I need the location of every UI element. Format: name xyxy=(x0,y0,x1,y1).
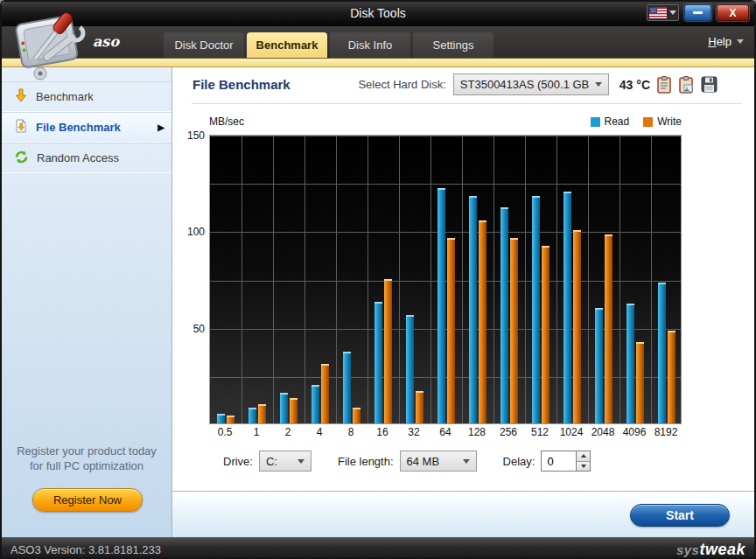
gridline-v xyxy=(494,136,494,423)
x-axis-tick: 32 xyxy=(398,426,430,438)
legend-read: Read xyxy=(591,115,630,128)
copy-text-icon[interactable] xyxy=(657,76,672,94)
disk-tools-logo xyxy=(7,5,94,86)
chart-ylabel: MB/sec xyxy=(209,115,244,128)
benchmark-controls: Drive: C: File length: 64 MB Delay: xyxy=(223,451,591,472)
gridline-v xyxy=(399,136,400,423)
gridline-v xyxy=(430,136,431,423)
chevron-down-icon xyxy=(463,459,470,464)
gridline-v xyxy=(651,136,652,423)
us-flag-icon xyxy=(649,7,667,18)
page-title: File Benchmark xyxy=(192,77,290,92)
sidebar-item-file-benchmark[interactable]: File Benchmark▶ xyxy=(2,112,172,143)
minimize-button[interactable] xyxy=(684,4,711,21)
language-selector[interactable] xyxy=(647,4,679,21)
sidebar-item-label: Benchmark xyxy=(36,90,94,103)
select-disk-label: Select Hard Disk: xyxy=(358,78,445,91)
yellow-down-arrow-icon xyxy=(14,88,28,105)
x-axis-tick: 1024 xyxy=(556,426,587,438)
app-window: Disk Tools X aso Disk DoctorBenchmarkDis… xyxy=(0,0,756,559)
drive-select[interactable]: C: xyxy=(259,451,312,472)
gridline-h xyxy=(210,232,681,233)
write-bar-8 xyxy=(353,408,360,423)
main-tabs: Disk DoctorBenchmarkDisk InfoSettings xyxy=(164,26,496,58)
write-bar-2 xyxy=(290,398,298,423)
drive-value: C: xyxy=(266,455,277,468)
read-bar-0.5 xyxy=(217,414,225,423)
gridline-v xyxy=(556,136,557,423)
spinner-up-button[interactable] xyxy=(577,451,590,461)
tab-disk-info[interactable]: Disk Info xyxy=(330,32,410,58)
write-bar-1 xyxy=(258,404,266,423)
version-text: ASO3 Version: 3.81.8181.233 xyxy=(10,543,161,556)
drive-label: Drive: xyxy=(223,455,253,468)
copy-image-icon[interactable] xyxy=(679,76,694,94)
sidebar-item-label: Random Access xyxy=(37,151,119,164)
sidebar: BenchmarkFile Benchmark▶Random Access Re… xyxy=(2,67,172,537)
window-title: Disk Tools xyxy=(2,6,754,20)
header-separator xyxy=(192,103,742,104)
chart-x-axis: 0.512481632641282565121024204840968192 xyxy=(209,426,682,440)
y-axis-tick: 100 xyxy=(187,226,210,238)
gridline-v xyxy=(336,136,337,423)
x-axis-tick: 512 xyxy=(524,426,556,438)
tab-bar: aso Disk DoctorBenchmarkDisk InfoSetting… xyxy=(2,26,754,58)
write-swatch-icon xyxy=(643,117,653,127)
accent-strip xyxy=(2,58,754,67)
y-axis-tick: 50 xyxy=(193,323,210,335)
read-bar-4096 xyxy=(626,304,634,423)
read-swatch-icon xyxy=(591,117,600,127)
spinner-down-button[interactable] xyxy=(577,461,590,472)
write-bar-128 xyxy=(479,220,486,423)
tab-disk-doctor[interactable]: Disk Doctor xyxy=(164,32,244,58)
write-bar-256 xyxy=(510,238,518,423)
sidebar-item-random-access[interactable]: Random Access xyxy=(2,143,172,173)
title-bar: Disk Tools X xyxy=(2,2,754,26)
write-bar-32 xyxy=(416,391,424,424)
file-length-value: 64 MB xyxy=(407,455,440,468)
register-now-button[interactable]: Register Now xyxy=(32,488,143,512)
legend-write-label: Write xyxy=(657,115,682,128)
file-length-label: File length: xyxy=(338,455,394,468)
chevron-down-icon xyxy=(298,459,304,464)
close-icon: X xyxy=(729,7,736,19)
x-axis-tick: 128 xyxy=(461,426,493,438)
write-bar-4096 xyxy=(636,342,644,423)
chevron-down-icon xyxy=(595,82,602,87)
green-refresh-icon xyxy=(14,150,29,167)
arrow-up-icon xyxy=(581,454,586,458)
write-bar-2048 xyxy=(605,234,612,423)
delay-input[interactable] xyxy=(541,451,576,472)
read-bar-256 xyxy=(500,207,508,423)
x-axis-tick: 4096 xyxy=(619,426,650,438)
start-button[interactable]: Start xyxy=(630,504,730,527)
read-bar-1024 xyxy=(564,192,571,423)
write-bar-64 xyxy=(447,238,455,423)
save-icon[interactable] xyxy=(701,76,718,93)
x-axis-tick: 256 xyxy=(493,426,524,438)
close-button[interactable]: X xyxy=(717,4,749,21)
gridline-v xyxy=(620,136,620,423)
file-length-select[interactable]: 64 MB xyxy=(400,451,477,472)
gridline-v xyxy=(304,136,305,423)
hard-disk-value: ST3500413AS (500.1 GB xyxy=(460,78,589,91)
read-bar-4 xyxy=(312,385,319,423)
read-bar-32 xyxy=(406,315,414,423)
gridline-v xyxy=(273,136,274,423)
read-bar-8192 xyxy=(658,283,666,423)
x-axis-tick: 8 xyxy=(335,426,367,438)
help-label: Help xyxy=(708,35,732,48)
hard-disk-select[interactable]: ST3500413AS (500.1 GB xyxy=(453,73,609,95)
x-axis-tick: 64 xyxy=(430,426,461,438)
read-bar-2 xyxy=(280,393,288,423)
read-bar-64 xyxy=(438,188,445,423)
help-menu[interactable]: Help xyxy=(708,35,744,48)
gridline-v xyxy=(368,136,368,423)
systweak-logo: systweak xyxy=(676,541,746,559)
sidebar-item-benchmark[interactable]: Benchmark xyxy=(2,81,172,112)
x-axis-tick: 2 xyxy=(272,426,304,438)
tab-benchmark[interactable]: Benchmark xyxy=(247,32,327,58)
tab-settings[interactable]: Settings xyxy=(413,32,494,58)
help-dropdown-caret xyxy=(737,39,744,44)
register-text: Register your product today for full PC … xyxy=(2,444,172,473)
